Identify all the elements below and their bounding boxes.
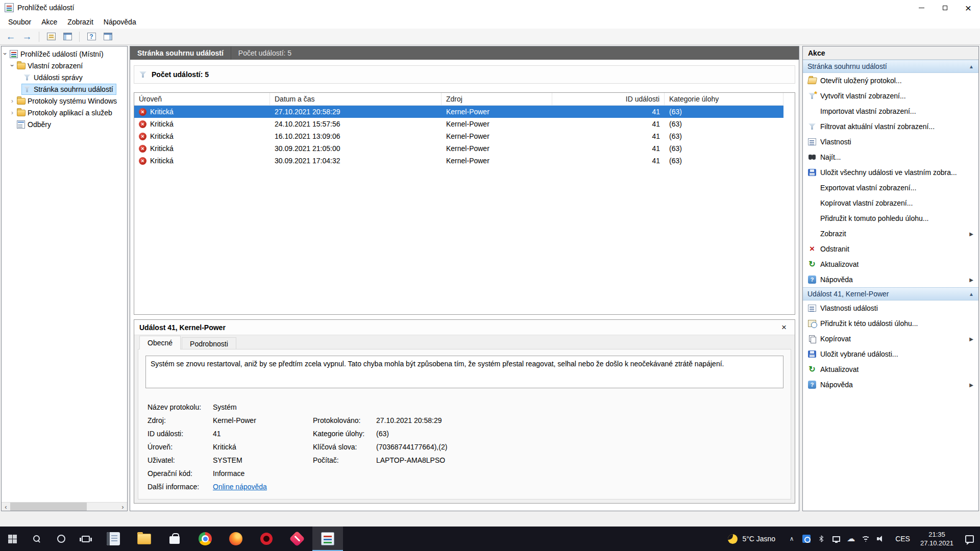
tree-item-label: Odběry [28, 120, 51, 129]
action-attach-task-to-event[interactable]: Přidružit k této události úlohu... [803, 316, 978, 331]
actions-section-header-event[interactable]: Událost 41, Kernel-Power [803, 287, 978, 300]
action-import-custom-view[interactable]: Importovat vlastní zobrazení... [803, 104, 978, 119]
bluetooth-tray-button[interactable] [815, 527, 828, 551]
close-button[interactable] [957, 0, 980, 15]
action-create-custom-view[interactable]: Vytvořit vlastní zobrazení... [803, 88, 978, 104]
field-value: LAPTOP-AMA8LPSO [376, 456, 783, 464]
action-refresh-event[interactable]: Aktualizovat [803, 362, 978, 377]
action-copy[interactable]: Kopírovat [803, 331, 978, 346]
event-row[interactable]: Kritická 30.09.2021 17:04:32 Kernel-Powe… [134, 155, 783, 167]
start-button[interactable] [0, 527, 24, 551]
column-header-source[interactable]: Zdroj [442, 93, 552, 105]
folder-icon [17, 98, 25, 104]
chevron-collapsed-icon[interactable] [9, 97, 16, 105]
tree-item-app-logs[interactable]: Protokoly aplikací a služeb [2, 107, 127, 118]
action-filter-current-view[interactable]: Filtrovat aktuální vlastní zobrazení... [803, 119, 978, 134]
event-row[interactable]: Kritická 16.10.2021 13:09:06 Kernel-Powe… [134, 130, 783, 142]
back-icon[interactable] [4, 30, 17, 43]
column-header-eventid[interactable]: ID události [552, 93, 665, 105]
firefox-button[interactable] [220, 527, 251, 551]
action-save-selected-events[interactable]: Uložit vybrané události... [803, 346, 978, 362]
action-view[interactable]: Zobrazit [803, 226, 978, 241]
action-find[interactable]: Najít... [803, 149, 978, 165]
submenu-arrow-icon [969, 231, 973, 237]
notification-center-button[interactable] [959, 535, 980, 543]
chevron-collapsed-icon[interactable] [9, 109, 16, 116]
online-help-link[interactable]: Online nápověda [213, 483, 313, 491]
event-row[interactable]: Kritická 24.10.2021 15:57:56 Kernel-Powe… [134, 118, 783, 130]
event-viewer-icon [10, 50, 18, 58]
action-help[interactable]: Nápověda [803, 272, 978, 287]
minimize-button[interactable] [910, 0, 933, 15]
weather-button[interactable]: 5°C Jasno [721, 527, 782, 551]
hidden-icons-button[interactable] [785, 527, 798, 551]
scrollbar-thumb[interactable] [10, 503, 87, 511]
actions-section-header-summary[interactable]: Stránka souhrnu událostí [803, 60, 978, 73]
tab-podrobnosti[interactable]: Podrobnosti [182, 337, 236, 349]
horizontal-scrollbar[interactable] [2, 502, 127, 511]
chrome-button[interactable] [190, 527, 220, 551]
tree-item-custom-views[interactable]: Vlastní zobrazení [2, 60, 127, 71]
action-event-properties[interactable]: Vlastnosti události [803, 300, 978, 316]
action-help-event[interactable]: Nápověda [803, 377, 978, 392]
column-header-category[interactable]: Kategorie úlohy [665, 93, 783, 105]
icon-placeholder [808, 199, 816, 207]
folder-icon [17, 110, 25, 116]
notes-app-button[interactable] [98, 527, 129, 551]
event-viewer-taskbar-button[interactable] [312, 527, 343, 551]
scroll-left-icon[interactable] [2, 503, 10, 511]
display-tray-button[interactable] [829, 527, 843, 551]
tree-item-root[interactable]: Prohlížeč událostí (Místní) [2, 48, 127, 60]
action-export-custom-view[interactable]: Exportovat vlastní zobrazení... [803, 180, 978, 195]
notification-center-icon [965, 535, 974, 543]
tree-item-admin-events[interactable]: Události správy [2, 71, 127, 83]
action-save-all-events[interactable]: Uložit všechny události ve vlastním zobr… [803, 165, 978, 180]
volume-tray-button[interactable] [874, 527, 887, 551]
console-tree-icon[interactable] [61, 30, 74, 43]
menu-napoveda[interactable]: Nápověda [99, 15, 141, 29]
column-header-datetime[interactable]: Datum a čas [270, 93, 442, 105]
tree-item-summary-page[interactable]: Stránka souhrnu událostí [2, 83, 127, 95]
search-button[interactable] [24, 527, 49, 551]
action-refresh[interactable]: Aktualizovat [803, 257, 978, 272]
event-row[interactable]: Kritická 27.10.2021 20:58:29 Kernel-Powe… [134, 106, 783, 118]
chevron-expanded-icon[interactable] [9, 62, 16, 69]
tree-item-windows-logs[interactable]: Protokoly systému Windows [2, 95, 127, 107]
display-icon [832, 536, 840, 542]
collapse-section-icon[interactable] [969, 64, 974, 69]
collapse-section-icon[interactable] [969, 291, 974, 297]
menu-akce[interactable]: Akce [36, 15, 62, 29]
help-icon [808, 381, 816, 389]
scroll-right-icon[interactable] [118, 503, 127, 511]
help-icon[interactable] [85, 30, 98, 43]
event-row[interactable]: Kritická 30.09.2021 21:05:00 Kernel-Powe… [134, 142, 783, 155]
action-pane-icon[interactable] [101, 30, 114, 43]
onedrive-tray-button[interactable] [844, 527, 857, 551]
language-button[interactable]: CES [890, 527, 915, 551]
action-properties[interactable]: Vlastnosti [803, 134, 978, 149]
design-app-button[interactable] [282, 527, 312, 551]
red-circle-app-button[interactable] [251, 527, 282, 551]
action-copy-custom-view[interactable]: Kopírovat vlastní zobrazení... [803, 195, 978, 211]
tree-item-subscriptions[interactable]: Odběry [2, 118, 127, 130]
close-preview-icon[interactable] [781, 322, 787, 333]
cortana-button[interactable] [49, 527, 74, 551]
scrollbar-track[interactable] [10, 503, 118, 511]
restore-button[interactable] [933, 0, 957, 15]
chevron-expanded-icon[interactable] [2, 50, 9, 58]
tab-obecne[interactable]: Obecné [139, 336, 181, 349]
action-attach-task-to-view[interactable]: Přidružit k tomuto pohledu úlohu... [803, 211, 978, 226]
clock-button[interactable]: 21:35 27.10.2021 [915, 530, 959, 547]
export-icon[interactable] [44, 30, 58, 43]
action-open-saved-log[interactable]: Otevřít uložený protokol... [803, 73, 978, 88]
column-header-level[interactable]: Úroveň [134, 93, 270, 105]
store-button[interactable] [159, 527, 190, 551]
action-delete[interactable]: Odstranit [803, 241, 978, 257]
file-explorer-button[interactable] [129, 527, 159, 551]
menu-soubor[interactable]: Soubor [3, 15, 36, 29]
forward-icon[interactable] [20, 30, 34, 43]
blue-app-tray-button[interactable] [800, 527, 813, 551]
task-view-button[interactable] [74, 527, 98, 551]
wifi-tray-button[interactable] [859, 527, 872, 551]
menu-zobrazit[interactable]: Zobrazit [62, 15, 99, 29]
